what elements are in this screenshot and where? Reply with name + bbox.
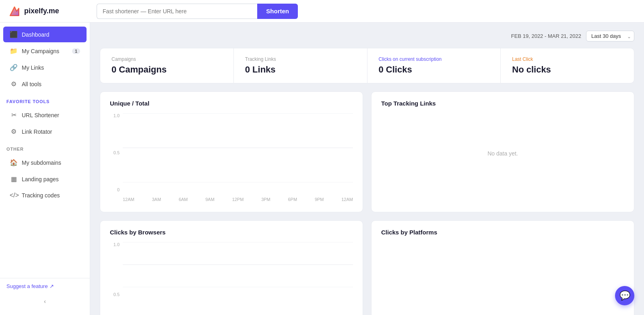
svg-marker-1 [10, 7, 19, 15]
sidebar-footer: Suggest a feature ↗ [0, 278, 90, 294]
date-select-wrap: Last 7 days Last 30 days Last 90 days Cu… [586, 31, 634, 41]
chart-clicks-browsers-svg [123, 242, 353, 287]
chart-unique-total-svg [123, 113, 353, 182]
sidebar-label-tracking-codes: Tracking codes [22, 192, 60, 199]
suggest-feature-link[interactable]: Suggest a feature ↗ [6, 283, 83, 289]
sidebar-item-link-rotator[interactable]: ⚙ Link Rotator [3, 124, 87, 139]
logo-icon [8, 5, 21, 18]
chat-bubble-icon: 💬 [619, 290, 630, 301]
sidebar-item-dashboard[interactable]: ⬛ Dashboard [3, 27, 87, 42]
sidebar-label-links: My Links [22, 64, 44, 71]
x-label-12am: 12AM [123, 197, 134, 202]
x-label-9pm: 9PM [315, 197, 324, 202]
sidebar-label-landing-pages: Landing pages [22, 176, 59, 182]
logo-text: pixelfy.me [24, 7, 59, 15]
subdomains-icon: 🏠 [10, 159, 18, 166]
stat-value-clicks: 0 Clicks [379, 64, 489, 75]
charts-top-row: Unique / Total 1.0 0.5 0 [100, 91, 634, 212]
chart-clicks-browsers-title: Clicks by Browsers [110, 229, 353, 236]
x-label-3pm: 3PM [261, 197, 270, 202]
sidebar-label-link-rotator: Link Rotator [22, 128, 52, 135]
chart-unique-total-y-axis: 1.0 0.5 0 [110, 113, 121, 192]
chart-clicks-platforms-title: Clicks by Platforms [381, 229, 624, 236]
campaigns-badge: 1 [72, 48, 80, 54]
sidebar-item-landing-pages[interactable]: ▦ Landing pages [3, 171, 87, 187]
date-range-select[interactable]: Last 7 days Last 30 days Last 90 days Cu… [586, 31, 634, 41]
sidebar-label-subdomains: My subdomains [22, 160, 61, 166]
chart-unique-total: Unique / Total 1.0 0.5 0 [100, 91, 363, 212]
collapse-icon: ‹ [44, 298, 46, 305]
chart-clicks-platforms: Clicks by Platforms [371, 220, 634, 315]
url-shortener-icon: ✂ [10, 111, 18, 119]
links-icon: 🔗 [10, 64, 18, 71]
y-label-1: 1.0 [114, 113, 120, 118]
shorten-button[interactable]: Shorten [257, 4, 298, 19]
stats-row: Campaigns 0 Campaigns Tracking Links 0 L… [100, 48, 634, 83]
stat-card-campaigns: Campaigns 0 Campaigns [100, 48, 234, 83]
stat-card-clicks: Clicks on current subscription 0 Clicks [367, 48, 501, 83]
stat-label-links: Tracking Links [245, 56, 356, 62]
main-layout: ⬛ Dashboard 📁 My Campaigns 1 🔗 My Links … [0, 23, 644, 315]
topbar: pixelfy.me Shorten [0, 0, 644, 23]
dashboard-icon: ⬛ [10, 31, 18, 38]
chart-clicks-browsers: Clicks by Browsers 1.0 0.5 [100, 220, 363, 315]
chart-unique-total-svg-wrap: 1.0 0.5 0 12AM 3AM 6AM [110, 113, 353, 202]
chart-top-links-no-data: No data yet. [381, 113, 624, 194]
chart-unique-total-title: Unique / Total [110, 100, 353, 107]
other-label: OTHER [0, 140, 90, 154]
sidebar-label-alltools: All tools [22, 81, 41, 87]
favorite-tools-label: FAVORITE TOOLS [0, 93, 90, 106]
logo: pixelfy.me [8, 5, 97, 18]
x-label-6pm: 6PM [288, 197, 297, 202]
chart-top-links: Top Tracking Links No data yet. [371, 91, 634, 212]
x-label-12pm: 12PM [232, 197, 244, 202]
campaigns-icon: 📁 [10, 47, 18, 55]
sidebar-item-tracking-codes[interactable]: </> Tracking codes [3, 188, 87, 203]
date-bar: FEB 19, 2022 - MAR 21, 2022 Last 7 days … [100, 31, 634, 41]
chart-clicks-browsers-svg-wrap: 1.0 0.5 [110, 242, 353, 307]
by-y-label-1: 1.0 [114, 242, 120, 247]
sidebar-item-campaigns[interactable]: 📁 My Campaigns 1 [3, 43, 87, 59]
stat-value-last-click: No clicks [512, 64, 623, 75]
link-rotator-icon: ⚙ [10, 128, 18, 135]
y-label-05: 0.5 [114, 150, 120, 155]
sidebar-collapse-button[interactable]: ‹ [0, 294, 90, 309]
sidebar-item-links[interactable]: 🔗 My Links [3, 60, 87, 75]
stat-card-last-click: Last Click No clicks [501, 48, 634, 83]
x-label-9am: 9AM [205, 197, 215, 202]
sidebar-item-alltools[interactable]: ⚙ All tools [3, 76, 87, 92]
content-area: FEB 19, 2022 - MAR 21, 2022 Last 7 days … [90, 23, 644, 315]
url-input[interactable] [97, 4, 257, 19]
date-range-text: FEB 19, 2022 - MAR 21, 2022 [511, 33, 581, 39]
stat-card-links: Tracking Links 0 Links [234, 48, 367, 83]
alltools-icon: ⚙ [10, 80, 18, 88]
sidebar-item-url-shortener[interactable]: ✂ URL Shortener [3, 107, 87, 123]
landing-pages-icon: ▦ [10, 175, 18, 183]
chart-clicks-browsers-y-axis: 1.0 0.5 [110, 242, 121, 297]
sidebar: ⬛ Dashboard 📁 My Campaigns 1 🔗 My Links … [0, 23, 90, 315]
stat-label-campaigns: Campaigns [111, 56, 222, 62]
x-label-6am: 6AM [179, 197, 188, 202]
suggest-feature-label: Suggest a feature [6, 283, 48, 289]
suggest-feature-icon: ↗ [50, 283, 54, 289]
x-label-12am-end: 12AM [341, 197, 353, 202]
chart-unique-total-x-labels: 12AM 3AM 6AM 9AM 12PM 3PM 6PM 9PM 12AM [123, 192, 353, 202]
chat-bubble[interactable]: 💬 [615, 286, 634, 305]
stat-label-clicks: Clicks on current subscription [379, 56, 489, 62]
stat-value-campaigns: 0 Campaigns [111, 64, 222, 75]
sidebar-item-subdomains[interactable]: 🏠 My subdomains [3, 155, 87, 170]
chart-unique-total-inner [123, 113, 353, 192]
url-bar: Shorten [97, 4, 298, 19]
stat-value-links: 0 Links [245, 64, 356, 75]
sidebar-label-dashboard: Dashboard [22, 31, 50, 38]
by-y-label-0: 0.5 [114, 292, 120, 297]
sidebar-label-campaigns: My Campaigns [22, 48, 59, 54]
y-label-0: 0 [117, 187, 120, 192]
x-label-3am: 3AM [152, 197, 161, 202]
chart-clicks-browsers-inner [123, 242, 353, 297]
tracking-codes-icon: </> [10, 192, 18, 199]
charts-bottom-row: Clicks by Browsers 1.0 0.5 [100, 220, 634, 315]
chart-top-links-title: Top Tracking Links [381, 100, 624, 107]
sidebar-label-url-shortener: URL Shortener [22, 112, 59, 118]
sidebar-nav: ⬛ Dashboard 📁 My Campaigns 1 🔗 My Links … [0, 23, 90, 278]
